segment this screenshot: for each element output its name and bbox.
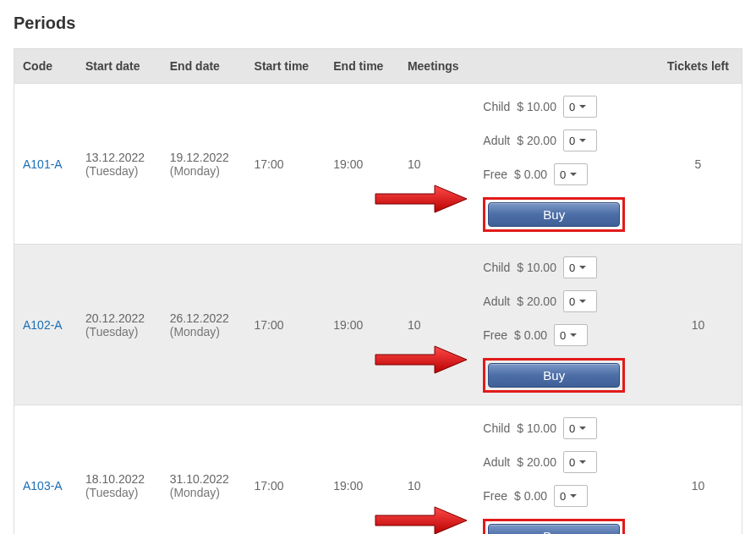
tickets-left: 10 [655,405,742,535]
chevron-down-icon [578,458,587,466]
end-time: 19:00 [325,405,399,535]
price-list: Child $ 10.00 0 Adult $ 20.00 0 Free $ 0… [483,256,643,346]
price-label: Adult [483,134,510,147]
end-date: 26.12.2022 [170,311,238,325]
start-day: (Tuesday) [85,486,153,499]
price-amount: $ 0.00 [514,168,547,181]
start-time: 17:00 [246,405,326,535]
col-meetings: Meetings [399,49,474,84]
quantity-value: 0 [567,101,575,113]
quantity-value: 0 [567,261,575,274]
quantity-value: 0 [567,135,575,147]
buy-button[interactable]: Buy [488,524,620,534]
chevron-down-icon [578,136,587,145]
price-row: Adult $ 20.00 0 [483,451,643,473]
meetings: 10 [399,84,474,245]
quantity-value: 0 [567,456,575,469]
quantity-value: 0 [567,422,575,435]
col-start-date: Start date [77,49,162,84]
table-row: A102-A 20.12.2022 (Tuesday) 26.12.2022 (… [14,245,742,405]
price-amount: $ 10.00 [517,421,556,435]
page-title: Periods [14,14,742,33]
buy-highlight: Buy [483,197,625,232]
chevron-down-icon [578,297,587,306]
price-list: Child $ 10.00 0 Adult $ 20.00 0 Free $ 0… [483,96,643,185]
buy-button[interactable]: Buy [488,202,620,227]
end-date: 31.10.2022 [170,472,238,486]
end-day: (Monday) [170,486,238,499]
col-end-time: End time [325,49,399,84]
end-time: 19:00 [325,84,399,245]
price-row: Child $ 10.00 0 [483,417,643,439]
table-row: A101-A 13.12.2022 (Tuesday) 19.12.2022 (… [14,84,742,245]
tickets-left: 5 [655,84,742,245]
quantity-value: 0 [558,168,566,181]
price-label: Free [483,168,507,181]
col-buy [474,49,655,84]
quantity-select[interactable]: 0 [563,451,597,473]
start-time: 17:00 [246,84,326,245]
start-date: 20.12.2022 [85,311,153,325]
price-row: Child $ 10.00 0 [483,256,643,278]
quantity-select[interactable]: 0 [554,324,588,346]
price-list: Child $ 10.00 0 Adult $ 20.00 0 Free $ 0… [483,417,643,507]
price-row: Adult $ 20.00 0 [483,129,643,151]
col-code: Code [14,49,77,84]
quantity-select[interactable]: 0 [563,256,597,278]
end-date: 19.12.2022 [170,151,238,164]
price-amount: $ 20.00 [517,134,556,147]
start-day: (Tuesday) [85,325,153,339]
periods-table: Code Start date End date Start time End … [14,48,742,534]
chevron-down-icon [578,263,587,272]
price-amount: $ 10.00 [517,261,556,274]
price-amount: $ 0.00 [514,489,547,503]
price-row: Free $ 0.00 0 [483,324,643,346]
quantity-select[interactable]: 0 [554,163,588,185]
chevron-down-icon [569,331,578,339]
price-label: Child [483,261,510,274]
price-amount: $ 20.00 [517,455,556,469]
end-time: 19:00 [325,245,399,405]
quantity-select[interactable]: 0 [563,417,597,439]
table-header-row: Code Start date End date Start time End … [14,49,742,84]
price-row: Free $ 0.00 0 [483,163,643,185]
price-label: Adult [483,455,510,469]
chevron-down-icon [578,424,587,432]
quantity-select[interactable]: 0 [554,485,588,507]
price-row: Adult $ 20.00 0 [483,290,643,312]
quantity-value: 0 [567,295,575,308]
tickets-left: 10 [655,245,742,405]
col-tickets-left: Tickets left [655,49,742,84]
price-amount: $ 10.00 [517,100,556,113]
chevron-down-icon [569,170,578,179]
price-label: Adult [483,295,510,308]
meetings: 10 [399,245,474,405]
price-label: Child [483,100,510,113]
table-row: A103-A 18.10.2022 (Tuesday) 31.10.2022 (… [14,405,742,535]
buy-button[interactable]: Buy [488,363,620,388]
price-amount: $ 0.00 [514,328,547,342]
start-time: 17:00 [246,245,326,405]
quantity-select[interactable]: 0 [563,129,597,151]
code-link[interactable]: A102-A [23,318,63,332]
price-label: Free [483,489,507,503]
code-link[interactable]: A103-A [23,479,63,493]
start-date: 18.10.2022 [85,472,153,486]
col-end-date: End date [162,49,246,84]
start-date: 13.12.2022 [85,151,153,164]
code-link[interactable]: A101-A [23,157,63,171]
quantity-select[interactable]: 0 [563,96,597,118]
quantity-select[interactable]: 0 [563,290,597,312]
price-label: Free [483,328,507,342]
chevron-down-icon [569,492,578,500]
buy-highlight: Buy [483,358,625,393]
buy-highlight: Buy [483,519,625,534]
meetings: 10 [399,405,474,535]
price-row: Child $ 10.00 0 [483,96,643,118]
end-day: (Monday) [170,164,238,178]
price-label: Child [483,421,510,435]
col-start-time: Start time [246,49,326,84]
start-day: (Tuesday) [85,164,153,178]
price-row: Free $ 0.00 0 [483,485,643,507]
chevron-down-icon [578,102,587,111]
